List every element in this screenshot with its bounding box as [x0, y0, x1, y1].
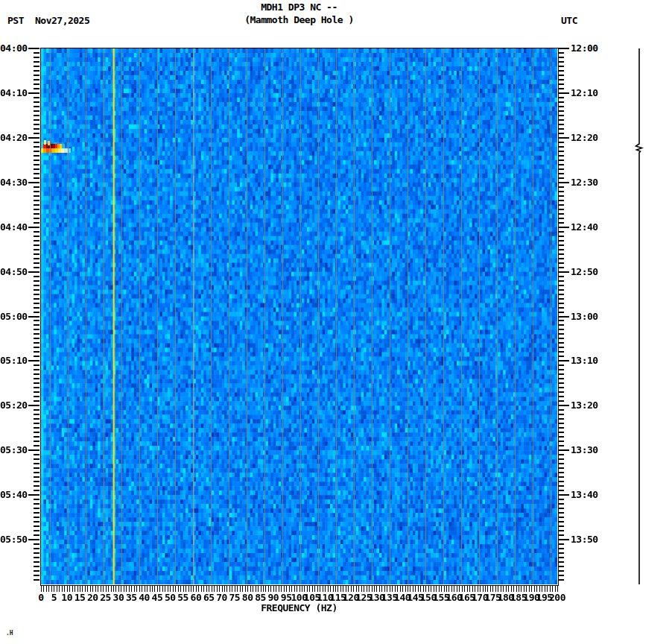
- page-subtitle: (Mammoth Deep Hole ): [41, 14, 557, 25]
- left-minor-tick: [34, 396, 39, 397]
- freq-tick: [390, 586, 390, 592]
- freq-tick: [431, 586, 431, 592]
- right-minor-tick: [558, 467, 564, 469]
- right-minor-tick: [558, 115, 564, 116]
- right-minor-tick: [558, 458, 564, 460]
- left-minor-tick: [34, 101, 39, 103]
- left-minor-tick: [34, 253, 39, 255]
- freq-tick: [547, 586, 548, 592]
- left-minor-tick: [34, 342, 39, 344]
- freq-tick: [126, 586, 127, 592]
- freq-tick: [69, 586, 70, 592]
- right-minor-tick: [558, 128, 564, 130]
- freq-tick: [118, 586, 119, 592]
- right-minor-tick: [558, 244, 564, 246]
- freq-tick: [312, 586, 313, 592]
- left-minor-tick: [34, 530, 39, 531]
- right-minor-tick: [558, 285, 564, 286]
- left-minor-tick: [34, 289, 39, 291]
- freq-tick: [348, 586, 349, 592]
- left-tick-label: 05:40: [0, 489, 27, 500]
- left-minor-tick: [34, 222, 39, 224]
- freq-tick: [57, 586, 57, 592]
- freq-tick: [265, 586, 266, 592]
- freq-tick: [92, 586, 93, 592]
- right-minor-tick: [558, 517, 564, 518]
- left-major-tick: [28, 137, 39, 139]
- left-minor-tick: [34, 409, 39, 411]
- right-minor-tick: [558, 61, 564, 63]
- freq-tick: [168, 586, 168, 592]
- left-minor-tick: [34, 333, 39, 335]
- right-tick-label: 12:40: [571, 221, 605, 233]
- left-minor-tick: [34, 517, 39, 518]
- right-tick-label: 12:20: [571, 132, 605, 143]
- freq-tick: [134, 586, 135, 592]
- freq-tick: [209, 586, 209, 592]
- freq-tick: [224, 586, 225, 592]
- freq-tick: [320, 586, 320, 592]
- freq-tick: [358, 586, 359, 592]
- freq-tick: [506, 586, 507, 592]
- left-minor-tick: [34, 249, 39, 250]
- right-major-tick: [558, 271, 569, 273]
- freq-tick: [297, 586, 297, 592]
- left-major-tick: [28, 271, 39, 273]
- left-minor-tick: [34, 262, 39, 264]
- freq-tick: [206, 586, 207, 592]
- freq-tick: [415, 586, 416, 592]
- freq-tick: [464, 586, 465, 592]
- right-minor-tick: [558, 499, 564, 500]
- freq-tick: [534, 586, 535, 592]
- left-minor-tick: [34, 548, 39, 549]
- right-minor-tick: [558, 133, 564, 134]
- left-minor-tick: [34, 231, 39, 233]
- freq-tick: [550, 586, 551, 592]
- freq-tick: [124, 586, 124, 592]
- right-minor-tick: [558, 218, 564, 219]
- freq-tick: [147, 586, 148, 592]
- timezone-left-label: PST: [7, 15, 24, 26]
- freq-tick: [103, 586, 104, 592]
- left-minor-tick: [34, 285, 39, 286]
- freq-tick: [472, 586, 473, 592]
- right-minor-tick: [558, 209, 564, 210]
- freq-tick: [281, 586, 282, 592]
- left-minor-tick: [34, 66, 39, 67]
- right-major-tick: [558, 360, 569, 362]
- right-minor-tick: [558, 249, 564, 250]
- freq-tick: [467, 586, 468, 592]
- right-minor-tick: [558, 276, 564, 277]
- left-minor-tick: [34, 369, 39, 370]
- left-major-tick: [28, 539, 39, 540]
- left-minor-tick: [34, 75, 39, 76]
- freq-tick: [48, 586, 49, 592]
- right-minor-tick: [558, 418, 564, 420]
- freq-tick: [343, 586, 343, 592]
- left-tick-label: 05:30: [0, 444, 27, 455]
- freq-tick: [59, 586, 60, 592]
- freq-tick: [279, 586, 279, 592]
- date-label: Nov27,2025: [35, 15, 89, 26]
- freq-tick: [529, 586, 530, 592]
- left-major-tick: [28, 360, 39, 362]
- left-major-tick: [28, 48, 39, 49]
- right-minor-tick: [558, 391, 564, 393]
- left-minor-tick: [34, 110, 39, 112]
- freq-tick: [498, 586, 498, 592]
- right-minor-tick: [558, 200, 564, 201]
- left-minor-tick: [34, 115, 39, 116]
- freq-tick: [335, 586, 336, 592]
- left-minor-tick: [34, 164, 39, 165]
- freq-tick: [203, 586, 204, 592]
- left-minor-tick: [34, 570, 39, 572]
- left-minor-tick: [34, 124, 39, 125]
- right-minor-tick: [558, 485, 564, 487]
- right-minor-tick: [558, 258, 564, 259]
- right-minor-tick: [558, 75, 564, 76]
- freq-tick: [90, 586, 91, 592]
- freq-tick: [501, 586, 501, 592]
- freq-tick: [229, 586, 230, 592]
- freq-tick: [72, 586, 73, 592]
- left-minor-tick: [34, 579, 39, 581]
